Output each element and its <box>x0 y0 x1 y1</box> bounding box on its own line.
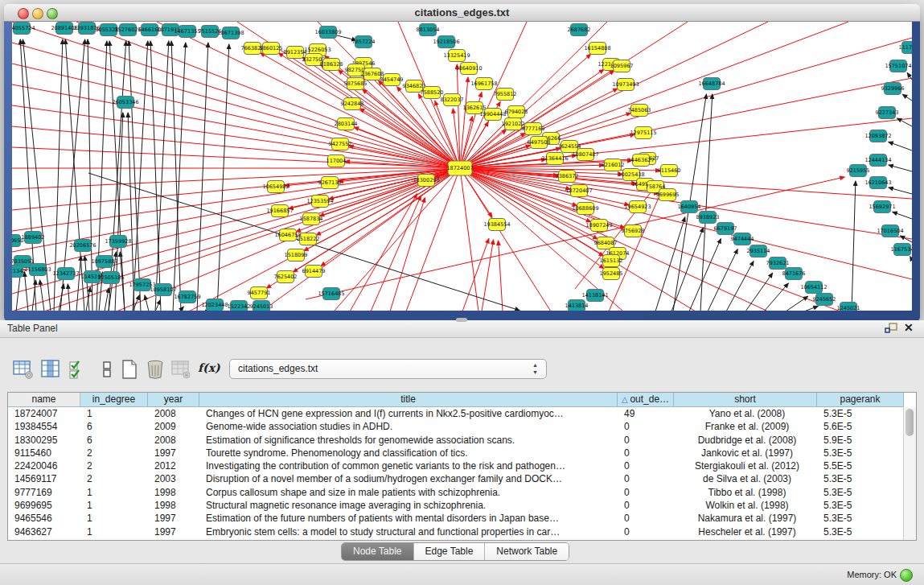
table-cell[interactable]: Tibbo et al. (1998) <box>674 486 817 499</box>
table-cell[interactable]: 6 <box>80 434 148 447</box>
table-cell[interactable]: 2008 <box>148 434 199 447</box>
graph-node[interactable]: 8471676 <box>782 268 806 280</box>
graph-node[interactable]: 8813054 <box>417 24 440 36</box>
network-canvas[interactable]: 1405572420891406239318761055328715276021… <box>12 22 912 311</box>
table-select-dropdown[interactable]: citations_edges.txt ▲▼ <box>229 359 547 379</box>
table-cell[interactable]: Estimation of significance thresholds fo… <box>199 434 618 447</box>
table-cell[interactable]: 0 <box>618 525 674 538</box>
graph-node[interactable]: 6497508 <box>528 137 551 149</box>
table-row[interactable]: 1830029562008Estimation of significance … <box>8 434 916 447</box>
table-cell[interactable]: Corpus callosum shape and size in male p… <box>199 486 618 499</box>
graph-node[interactable]: 9245013 <box>250 301 273 311</box>
table-row[interactable]: 911546021997Tourette syndrome. Phenomeno… <box>8 447 916 459</box>
scrollbar-thumb[interactable] <box>906 409 914 436</box>
graph-node[interactable]: 9267130 <box>318 177 342 189</box>
table-row[interactable]: 969969511998Structural magnetic resonanc… <box>8 499 916 512</box>
graph-node[interactable]: 12093872 <box>864 130 891 142</box>
table-cell[interactable]: Structural magnetic resonance image aver… <box>199 499 618 512</box>
graph-node[interactable]: 12342737 <box>52 268 79 280</box>
table-row[interactable]: 946554611997Estimation of the future num… <box>8 512 916 525</box>
graph-node[interactable]: 1522342 <box>228 301 251 311</box>
graph-node[interactable]: 8938923 <box>696 212 720 224</box>
graph-node[interactable]: 2687682 <box>568 24 591 36</box>
table-cell[interactable]: Stergiakouli et al. (2012) <box>674 459 817 472</box>
graph-node[interactable]: 12444134 <box>864 154 891 167</box>
graph-node[interactable]: 9474444 <box>731 233 754 245</box>
graph-node[interactable]: 7625402 <box>274 271 298 283</box>
graph-node[interactable]: 19218506 <box>433 36 459 48</box>
table-cell[interactable]: 2008 <box>148 407 199 420</box>
graph-node[interactable]: 7386372 <box>556 171 579 183</box>
table-cell[interactable]: Jankovic et al. (1997) <box>674 447 817 459</box>
table-cell[interactable]: Hescheler et al. (1997) <box>674 525 817 538</box>
graph-node[interactable]: 16648784 <box>698 78 725 90</box>
graph-node[interactable]: 15692971 <box>869 201 895 213</box>
graph-node[interactable]: 9427552 <box>329 138 352 150</box>
table-cell[interactable]: 0 <box>618 459 674 472</box>
table-cell[interactable]: 6 <box>80 420 148 433</box>
window-titlebar[interactable]: citations_edges.txt <box>4 4 920 22</box>
table-cell[interactable]: 5.3E-5 <box>817 486 904 499</box>
graph-node[interactable]: 7955812 <box>494 89 517 101</box>
tab-node-table[interactable]: Node Table <box>342 543 414 560</box>
graph-node[interactable]: 18724007 <box>446 161 473 175</box>
show-columns-icon[interactable] <box>40 359 61 380</box>
graph-node[interactable]: 9245652 <box>813 294 836 306</box>
graph-node[interactable]: 12975115 <box>630 127 656 139</box>
table-cell[interactable]: 1 <box>80 512 148 525</box>
graph-node[interactable]: 1889402 <box>22 232 45 244</box>
table-cell[interactable]: 0 <box>618 472 674 485</box>
graph-node[interactable]: 9227343 <box>876 107 899 119</box>
table-cell[interactable]: 0 <box>618 499 674 512</box>
graph-node[interactable]: 9457791 <box>248 287 271 299</box>
graph-node[interactable]: 15716485 <box>318 288 344 300</box>
table-cell[interactable]: 0 <box>618 420 674 433</box>
graph-node[interactable]: 6216012 <box>602 159 625 171</box>
graph-node[interactable]: 16033809 <box>314 27 341 39</box>
graph-node[interactable]: 16210643 <box>864 177 891 189</box>
table-cell[interactable]: Franke et al. (2009) <box>674 420 817 433</box>
graph-node[interactable]: 5875685 <box>344 78 368 90</box>
table-cell[interactable]: 1 <box>80 525 148 538</box>
graph-node[interactable]: 19654923 <box>624 201 651 213</box>
table-cell[interactable]: Estimation of the future numbers of pati… <box>199 512 618 525</box>
table-cell[interactable]: 0 <box>618 512 674 525</box>
graph-node[interactable]: 10973493 <box>612 79 639 91</box>
graph-node[interactable]: 6914479 <box>302 266 326 278</box>
table-cell[interactable]: 5.3E-5 <box>817 525 904 538</box>
graph-node[interactable]: 16961758 <box>470 78 497 90</box>
table-cell[interactable]: 22420046 <box>8 459 80 472</box>
graph-node[interactable]: 10688609 <box>572 203 598 215</box>
close-panel-icon[interactable]: ✕ <box>904 321 914 334</box>
table-cell[interactable]: Wolkin et al. (1998) <box>674 499 817 512</box>
rows-icon[interactable] <box>97 359 117 380</box>
select-columns-icon[interactable] <box>68 359 88 380</box>
delete-table-icon[interactable] <box>145 359 166 380</box>
table-cell[interactable]: 2 <box>80 447 148 459</box>
graph-node[interactable]: 1615132 <box>600 255 623 267</box>
graph-node[interactable]: 9699695 <box>656 189 680 201</box>
table-cell[interactable]: 1998 <box>148 499 199 512</box>
graph-node[interactable]: 9329966 <box>881 83 905 95</box>
table-cell[interactable]: 49 <box>618 407 674 420</box>
table-row[interactable]: 946362711997Embryonic stem cells: a mode… <box>8 525 916 538</box>
graph-node[interactable]: 8322037 <box>441 94 464 106</box>
table-row[interactable]: 2242004622012Investigating the contribut… <box>8 459 916 472</box>
graph-node[interactable]: 2803144 <box>335 118 358 130</box>
graph-node[interactable]: 7857224 <box>352 36 376 48</box>
graph-node[interactable]: 7485063 <box>628 105 651 117</box>
graph-node[interactable]: 9777169 <box>522 123 545 135</box>
graph-node[interactable]: 14138141 <box>581 290 608 302</box>
table-cell[interactable]: 2009 <box>148 420 199 433</box>
table-cell[interactable]: Investigating the contribution of common… <box>199 459 618 472</box>
table-cell[interactable]: Nakamura et al. (1997) <box>674 512 817 525</box>
graph-node[interactable]: 117004 <box>326 155 347 167</box>
table-cell[interactable]: 5.3E-5 <box>817 512 904 525</box>
graph-node[interactable]: 16154808 <box>584 43 610 55</box>
table-cell[interactable]: 1 <box>80 499 148 512</box>
graph-node[interactable]: 1952485 <box>600 268 623 280</box>
graph-node[interactable]: 8186328 <box>320 59 343 71</box>
table-cell[interactable]: 5.3E-5 <box>817 407 904 420</box>
column-header-year[interactable]: year <box>148 393 199 407</box>
table-cell[interactable]: 1997 <box>148 447 199 459</box>
